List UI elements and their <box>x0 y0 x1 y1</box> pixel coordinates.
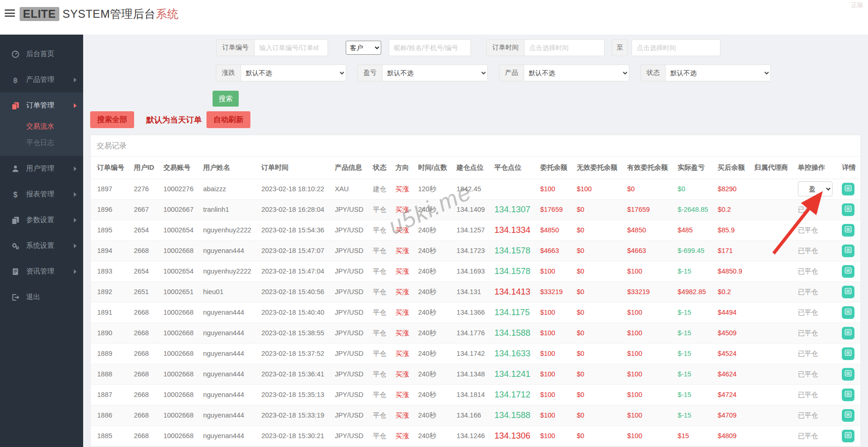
sidebar-item-dashboard[interactable]: 后台首页 <box>0 41 83 67</box>
cell-close-price: 134.1334 <box>490 220 536 240</box>
detail-button[interactable] <box>842 224 854 237</box>
sidebar-item-label: 报表管理 <box>26 190 54 199</box>
cell-after-balance: $4524 <box>713 343 750 364</box>
cell-after-balance: $171 <box>713 240 750 261</box>
cell-agent <box>750 240 794 261</box>
detail-button[interactable] <box>842 203 854 216</box>
cell-open-price: 134.131 <box>452 281 490 302</box>
status-select[interactable]: 默认不选 <box>666 65 770 81</box>
cell-open-price: 134.1742 <box>452 343 490 364</box>
sidebar-item-news[interactable]: 资讯管理 <box>0 259 83 284</box>
sidebar-item-system[interactable]: 系统设置 <box>0 233 83 259</box>
cell-invalid-entrust: $0 <box>572 220 623 240</box>
cell-product-info: JPY/USD <box>331 302 369 323</box>
cell-duration: 240秒 <box>414 323 452 343</box>
profitloss-select[interactable]: 默认不选 <box>383 65 487 81</box>
sidebar-item-params[interactable]: 参数设置 <box>0 207 83 233</box>
detail-button[interactable] <box>842 183 854 195</box>
sidebar: 后台首页฿产品管理订单管理交易流水平仓日志用户管理$报表管理参数设置系统设置资讯… <box>0 35 83 447</box>
column-header-12: 无效委托余额 <box>572 157 623 179</box>
cell-order-no: 1888 <box>91 364 129 384</box>
cell-entrust-balance: $4850 <box>536 220 572 240</box>
cell-agent <box>750 323 794 343</box>
cell-open-price: 134.1366 <box>452 302 490 323</box>
cell-user-id: 2668 <box>129 384 159 405</box>
cell-close-price: 134.1588 <box>490 323 536 343</box>
detail-button[interactable] <box>842 265 854 278</box>
detail-button[interactable] <box>842 430 854 442</box>
default-today-text: 默认为当天订单 <box>146 115 202 125</box>
detail-button[interactable] <box>842 347 854 360</box>
cell-trade-account: 10002667 <box>159 199 199 220</box>
sidebar-item-users[interactable]: 用户管理 <box>0 156 83 181</box>
nickname-input[interactable] <box>389 39 471 56</box>
cell-close-price: 134.1712 <box>490 384 536 405</box>
cell-open-price: 134.1693 <box>452 261 490 281</box>
chevron-right-icon <box>74 192 77 197</box>
detail-button[interactable] <box>842 368 854 381</box>
order-no-input[interactable] <box>255 40 327 56</box>
cell-detail <box>838 281 861 302</box>
list-icon <box>845 288 852 296</box>
cell-order-time: 2023-02-18 15:47:07 <box>257 240 330 261</box>
sidebar-item-orders[interactable]: 订单管理 <box>0 93 83 118</box>
detail-button[interactable] <box>842 327 854 339</box>
table-header-row: 订单编号用户ID交易账号用户姓名订单时间产品信息状态方向时间/点数建仓点位平仓点… <box>91 157 861 179</box>
product-select[interactable]: 默认不选 <box>524 65 629 81</box>
cell-user-name: abaizzz <box>199 179 257 199</box>
control-status-text: 已平仓 <box>798 329 818 337</box>
detail-button[interactable] <box>842 306 854 319</box>
cell-user-name: nguyenan444 <box>199 302 257 323</box>
sidebar-item-products[interactable]: ฿产品管理 <box>0 67 83 93</box>
cell-agent <box>750 343 794 364</box>
column-header-9: 建仓点位 <box>452 157 490 179</box>
cell-after-balance: $4494 <box>713 302 750 323</box>
cell-valid-entrust: $100 <box>623 343 673 364</box>
detail-button[interactable] <box>842 389 854 401</box>
cell-order-no: 1891 <box>91 302 129 323</box>
cell-user-id: 2654 <box>129 220 159 240</box>
cell-order-no: 1895 <box>91 220 129 240</box>
cell-product-info: JPY/USD <box>331 323 369 343</box>
cell-agent <box>750 364 794 384</box>
detail-button[interactable] <box>842 286 854 298</box>
filter-row-1: 订单编号 客户 订单时间 至 <box>216 39 720 56</box>
cell-after-balance: $85.9 <box>713 220 750 240</box>
auto-refresh-button[interactable]: 自动刷新 <box>206 111 250 128</box>
cell-user-name: nguyenan444 <box>199 323 257 343</box>
cell-user-name: nguyenan444 <box>199 364 257 384</box>
cell-duration: 240秒 <box>414 302 452 323</box>
table-row: 1897227610002276abaizzz2023-02-18 18:10:… <box>91 179 861 199</box>
cell-product-info: JPY/USD <box>331 405 369 425</box>
control-status-text: 已平仓 <box>798 309 818 316</box>
time-from-input[interactable] <box>525 40 604 56</box>
sidebar-subitem-close-log[interactable]: 平仓日志 <box>0 135 83 151</box>
cell-actual-profit: $-15 <box>674 261 714 281</box>
cell-user-name: nguyenan444 <box>199 425 257 446</box>
sidebar-item-logout[interactable]: 退出 <box>0 284 83 310</box>
trade-records-panel: 交易记录 订单编号用户ID交易账号用户姓名订单时间产品信息状态方向时间/点数建仓… <box>90 135 861 447</box>
sidebar-item-reports[interactable]: $报表管理 <box>0 181 83 207</box>
cell-status: 平仓 <box>369 220 391 240</box>
customer-type-select[interactable]: 客户 <box>346 41 381 55</box>
cell-actual-profit: $-15 <box>674 323 714 343</box>
svg-text:฿: ฿ <box>13 76 18 84</box>
cell-actual-profit: $-699.45 <box>674 240 714 261</box>
cell-direction: 买涨 <box>391 425 414 446</box>
hamburger-menu-icon[interactable] <box>5 9 15 17</box>
cell-valid-entrust: $33219 <box>623 281 673 302</box>
single-control-select[interactable]: 盈 <box>798 181 832 196</box>
search-button[interactable]: 搜索 <box>213 91 239 107</box>
detail-button[interactable] <box>842 409 854 422</box>
cell-direction: 买涨 <box>391 281 414 302</box>
detail-button[interactable] <box>842 245 854 257</box>
sidebar-subitem-trade-flow[interactable]: 交易流水 <box>0 118 83 135</box>
cell-actual-profit: $-15 <box>674 343 714 364</box>
cell-trade-account: 10002651 <box>159 281 199 302</box>
close-price-value: 134.1175 <box>494 307 530 317</box>
time-to-input[interactable] <box>632 39 720 56</box>
updown-select[interactable]: 默认不选 <box>241 65 346 81</box>
search-all-button[interactable]: 搜索全部 <box>90 111 134 128</box>
cell-order-no: 1894 <box>91 240 129 261</box>
cell-status: 平仓 <box>369 240 391 261</box>
